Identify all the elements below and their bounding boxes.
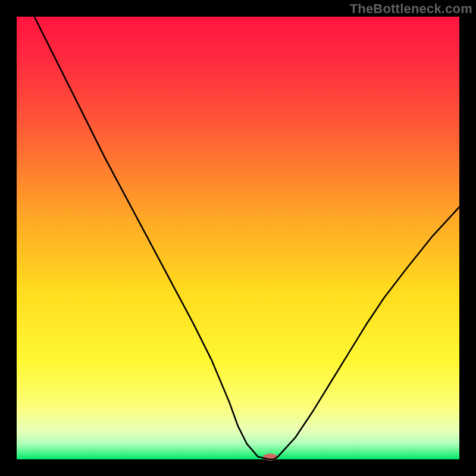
chart-svg [0,0,476,476]
plot-background [17,17,459,459]
watermark-text: TheBottleneck.com [350,1,472,17]
chart-frame: TheBottleneck.com [0,0,476,476]
